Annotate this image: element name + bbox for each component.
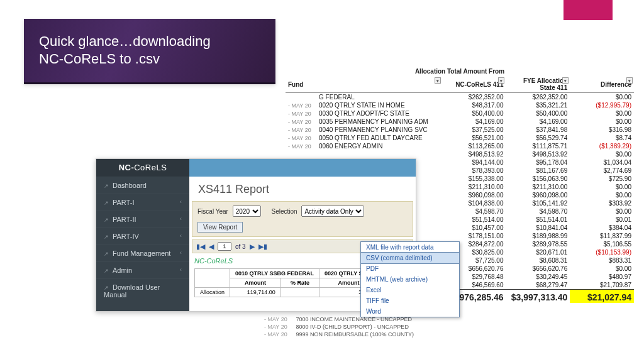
sidebar-item-dashboard[interactable]: Dashboard — [96, 177, 189, 194]
sidebar-item-download-user-manual[interactable]: Download User Manual — [96, 278, 189, 303]
accent-bar — [564, 0, 613, 20]
total-diff: $21,027.94 — [570, 290, 634, 304]
export-option-excel[interactable]: Excel — [361, 285, 459, 295]
table-row: - MAY 200040 PERMANENCY PLANNING SVC$37,… — [286, 126, 634, 134]
table-row: - MAY 200030 QTRLY ADOPT/FC STATE$50,400… — [286, 109, 634, 118]
chevron-left-icon: ‹ — [180, 216, 182, 222]
view-report-button[interactable]: View Report — [197, 222, 243, 233]
export-menu: XML file with report dataCSV (comma deli… — [360, 241, 460, 317]
first-page-icon[interactable]: ▮◀ — [196, 243, 205, 251]
title-line2: NC-CoReLS to .csv — [39, 51, 160, 67]
uncapped-row: - MAY 20 9999 NON REIMBURSABLE (100% COU… — [264, 331, 414, 338]
slide-title: Quick glance…downloading NC-CoReLS to .c… — [24, 19, 275, 84]
table-row: - MAY 200050 QTRLY FED ADULT DAYCARE$56,… — [286, 134, 634, 142]
chevron-left-icon: ‹ — [180, 250, 182, 256]
col-diff[interactable]: Difference▾ — [570, 76, 634, 93]
export-option-mhtml[interactable]: MHTML (web archive) — [361, 274, 459, 285]
sidebar: NC-CoReLS DashboardPART-I‹PART-II‹PART-I… — [96, 159, 189, 311]
topbar — [189, 159, 416, 177]
total-fye: $3,997,313.40 — [506, 290, 570, 304]
table-row: G FEDERAL$262,352.00$262,352.00$0.00 — [286, 93, 634, 102]
mini-row-label: Allocation — [195, 288, 230, 297]
filter-drop-icon[interactable]: ▾ — [435, 77, 441, 84]
export-option-tiff[interactable]: TIFF file — [361, 295, 459, 306]
report-title: XS411 Report — [189, 177, 416, 201]
page-of: of 3 — [235, 243, 246, 250]
sidebar-item-part-i[interactable]: PART-I‹ — [96, 194, 189, 211]
export-option-pdf[interactable]: PDF — [361, 263, 459, 274]
col-nc[interactable]: NC-CoReLS 411▾ — [442, 76, 506, 93]
title-line1: Quick glance…downloading — [39, 33, 211, 49]
mini-col-0010: 0010 QTRLY SSBG FEDERAL — [230, 269, 319, 278]
chevron-left-icon: ‹ — [180, 199, 182, 205]
chevron-left-icon: ‹ — [180, 233, 182, 239]
last-page-icon[interactable]: ▶▮ — [258, 243, 267, 251]
table-row: - MAY 200020 QTRLY STATE IN HOME$48,317.… — [286, 101, 634, 109]
allocation-super-header: Allocation Total Amount From — [286, 68, 634, 76]
uncapped-row: - MAY 20 8000 IV-D (CHILD SUPPORT) - UNC… — [264, 323, 414, 331]
col-fye[interactable]: FYE Allocation State 411▾ — [506, 76, 570, 93]
col-fund[interactable]: Fund▾ — [286, 76, 442, 93]
table-row: - MAY 200035 PERMANENCY PLANNING ADM$4,1… — [286, 118, 634, 126]
sidebar-brand: NC-CoReLS — [96, 159, 189, 177]
fy-select[interactable]: 2020 — [233, 206, 261, 217]
filter-drop-icon[interactable]: ▾ — [498, 77, 504, 84]
selection-select[interactable]: Activity data Only — [301, 206, 364, 217]
next-page-icon[interactable]: ▶ — [250, 243, 255, 251]
prev-page-icon[interactable]: ◀ — [209, 243, 214, 251]
sidebar-item-admin[interactable]: Admin‹ — [96, 261, 189, 278]
mini-table: 0010 QTRLY SSBG FEDERAL 0020 QTRLY STAT … — [194, 268, 379, 297]
fy-label: Fiscal Year — [197, 208, 228, 215]
export-option-csv[interactable]: CSV (comma delimited) — [360, 252, 460, 264]
selection-label: Selection — [271, 208, 297, 215]
sidebar-item-part-ii[interactable]: PART-II‹ — [96, 211, 189, 228]
sidebar-item-part-iv[interactable]: PART-IV‹ — [96, 228, 189, 244]
chevron-left-icon: ‹ — [180, 266, 182, 273]
table-row: $498,513.92$498,513.92$0.00 — [286, 150, 634, 158]
filter-drop-icon[interactable]: ▾ — [626, 77, 633, 84]
export-option-word[interactable]: Word — [361, 306, 459, 317]
sidebar-item-fund-management[interactable]: Fund Management‹ — [96, 244, 189, 261]
table-row: - MAY 200060 ENERGY ADMIN$113,265.00$111… — [286, 142, 634, 150]
export-option-xml[interactable]: XML file with report data — [361, 242, 459, 253]
filter-drop-icon[interactable]: ▾ — [562, 77, 569, 84]
page-input[interactable] — [218, 242, 231, 251]
filter-bar: Fiscal Year 2020 Selection Activity data… — [192, 201, 413, 237]
uncapped-rows: - MAY 20 7000 INCOME MAINTENANCE - UNCAP… — [264, 315, 414, 338]
